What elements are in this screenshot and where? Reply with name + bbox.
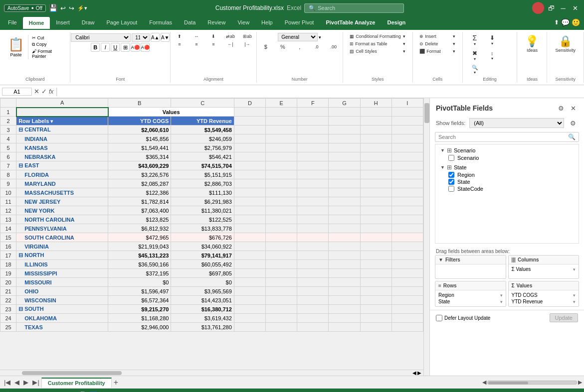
- tab-power-pivot[interactable]: Power Pivot: [279, 16, 320, 28]
- sheet-scroll-container[interactable]: A B C D E F G H I 1: [0, 98, 423, 370]
- cell-b15[interactable]: $472,965: [108, 233, 171, 242]
- cell-i1[interactable]: [391, 108, 423, 117]
- sort-filter-button[interactable]: ↕▾: [484, 49, 500, 62]
- cell-a18[interactable]: ILLINOIS: [16, 260, 108, 269]
- restore-button[interactable]: 🗗: [546, 3, 556, 13]
- ribbon-expand-icon[interactable]: ⬆: [554, 19, 559, 26]
- column-values-dropdown-icon[interactable]: ▾: [573, 267, 576, 272]
- state-checkbox[interactable]: [448, 179, 454, 185]
- customize-icon[interactable]: ⚡▾: [77, 5, 87, 11]
- cell-a21[interactable]: OHIO: [16, 287, 108, 296]
- cell-a5[interactable]: KANSAS: [16, 143, 108, 152]
- name-box[interactable]: [2, 88, 32, 96]
- cell-c15[interactable]: $676,726: [171, 233, 234, 242]
- cell-c20[interactable]: $0: [171, 278, 234, 287]
- cell-c23[interactable]: $16,380,712: [171, 305, 234, 314]
- cell-d2[interactable]: [234, 117, 265, 126]
- font-size-select[interactable]: 11: [132, 33, 150, 42]
- cell-c19[interactable]: $697,805: [171, 269, 234, 278]
- value-cogs-dropdown-icon[interactable]: ▾: [573, 293, 576, 298]
- region-checkbox[interactable]: [448, 172, 454, 178]
- format-cells-button[interactable]: ⬛ Format ▾: [417, 48, 457, 55]
- cell-c14[interactable]: $13,833,778: [171, 224, 234, 233]
- align-center-button[interactable]: ≡: [189, 41, 204, 48]
- cell-d1[interactable]: [234, 108, 265, 117]
- col-header-b[interactable]: B: [108, 99, 171, 108]
- formula-input[interactable]: [60, 89, 582, 95]
- pivot-area-rows-content[interactable]: Region ▾ State ▾: [435, 290, 506, 306]
- cell-c12[interactable]: $11,380,021: [171, 206, 234, 215]
- h-scroll-thumb[interactable]: [22, 371, 122, 375]
- pivot-area-values-content[interactable]: YTD COGS ▾ YTD Revenue ▾: [509, 290, 579, 306]
- cell-a16[interactable]: VIRGINIA: [16, 242, 108, 251]
- align-bottom-button[interactable]: ⬇: [205, 33, 221, 40]
- pivot-search-box[interactable]: 🔍: [435, 132, 579, 142]
- pivot-area-filters-content[interactable]: [435, 264, 506, 278]
- cell-a20[interactable]: MISSOURI: [16, 278, 108, 287]
- cell-c5[interactable]: $2,756,979: [171, 143, 234, 152]
- cell-b6[interactable]: $365,314: [108, 152, 171, 161]
- cell-c11[interactable]: $6,291,983: [171, 197, 234, 206]
- cell-b18[interactable]: $36,590,166: [108, 260, 171, 269]
- cell-b25[interactable]: $2,946,000: [108, 323, 171, 332]
- cell-c6[interactable]: $546,421: [171, 152, 234, 161]
- col-header-c[interactable]: C: [171, 99, 234, 108]
- cell-b21[interactable]: $1,596,497: [108, 287, 171, 296]
- align-left-button[interactable]: ≡: [172, 41, 188, 48]
- minimize-button[interactable]: ─: [558, 3, 568, 13]
- tab-view[interactable]: View: [231, 16, 255, 28]
- cell-a10[interactable]: MASSACHUSETTS: [16, 188, 108, 197]
- ribbon-smiley-icon[interactable]: 🙂: [572, 18, 580, 26]
- pivot-settings-icon[interactable]: ⚙: [568, 118, 578, 128]
- tab-formulas[interactable]: Formulas: [143, 16, 178, 28]
- cell-c22[interactable]: $14,423,051: [171, 296, 234, 305]
- defer-checkbox[interactable]: [436, 315, 442, 321]
- autosum-button[interactable]: Σ▾: [467, 33, 483, 47]
- h-scroll-left-icon[interactable]: ◀: [412, 370, 416, 376]
- fill-color-button[interactable]: A🔴: [131, 43, 140, 52]
- cell-c10[interactable]: $111,130: [171, 188, 234, 197]
- cell-b14[interactable]: $6,812,932: [108, 224, 171, 233]
- cell-c2[interactable]: YTD Revenue: [171, 117, 234, 126]
- cell-styles-button[interactable]: ▧ Cell Styles ▾: [348, 48, 407, 55]
- underline-button[interactable]: U: [111, 43, 120, 52]
- cell-c17[interactable]: $79,141,917: [171, 251, 234, 260]
- copy-button[interactable]: ⧉ Copy: [30, 41, 64, 48]
- border-button[interactable]: ⊞: [121, 43, 130, 52]
- format-painter-button[interactable]: 🖌 Format Painter: [30, 48, 64, 59]
- cell-c8[interactable]: $5,151,915: [171, 170, 234, 179]
- cell-a11[interactable]: NEW JERSEY: [16, 197, 108, 206]
- show-fields-select[interactable]: (All): [469, 118, 564, 128]
- cell-a22[interactable]: WISCONSIN: [16, 296, 108, 305]
- col-header-d[interactable]: D: [234, 99, 265, 108]
- tab-scroll-right[interactable]: ▶: [578, 379, 582, 386]
- cell-a17[interactable]: ⊟ NORTH: [16, 251, 108, 260]
- cell-b4[interactable]: $145,856: [108, 134, 171, 143]
- cell-c18[interactable]: $60,055,492: [171, 260, 234, 269]
- cell-c3[interactable]: $3,549,458: [171, 126, 234, 134]
- sheet-tab-customer-profitability[interactable]: Customer Profitability: [41, 378, 112, 388]
- cell-e2[interactable]: [265, 117, 297, 126]
- number-format-select[interactable]: General: [278, 33, 318, 41]
- sheet-nav-next[interactable]: ▶: [21, 379, 30, 386]
- cell-g2[interactable]: [329, 117, 360, 126]
- save-icon[interactable]: 💾: [49, 4, 57, 12]
- tab-help[interactable]: Help: [255, 16, 279, 28]
- col-header-i[interactable]: I: [391, 99, 423, 108]
- undo-icon[interactable]: ↩: [60, 4, 66, 12]
- cell-b17[interactable]: $45,131,223: [108, 251, 171, 260]
- sensitivity-button[interactable]: 🔒 Sensitivity: [551, 33, 580, 55]
- col-header-h[interactable]: H: [360, 99, 391, 108]
- scenario-checkbox[interactable]: [448, 155, 454, 161]
- cell-a3[interactable]: ⊟ CENTRAL: [16, 126, 108, 134]
- redo-icon[interactable]: ↪: [69, 4, 74, 12]
- add-sheet-button[interactable]: +: [112, 378, 120, 387]
- sheet-nav-first[interactable]: |◀: [2, 379, 12, 386]
- cell-b24[interactable]: $1,168,280: [108, 314, 171, 323]
- tab-scroll-left[interactable]: ◀: [482, 379, 486, 386]
- cell-b1-merged[interactable]: Values: [108, 108, 234, 117]
- tab-file[interactable]: File: [2, 16, 23, 28]
- field-group-scenario-header[interactable]: ▼ ⊞ Scenario: [440, 146, 574, 154]
- decrease-indent-button[interactable]: ←|: [222, 41, 238, 48]
- italic-button[interactable]: I: [101, 43, 110, 52]
